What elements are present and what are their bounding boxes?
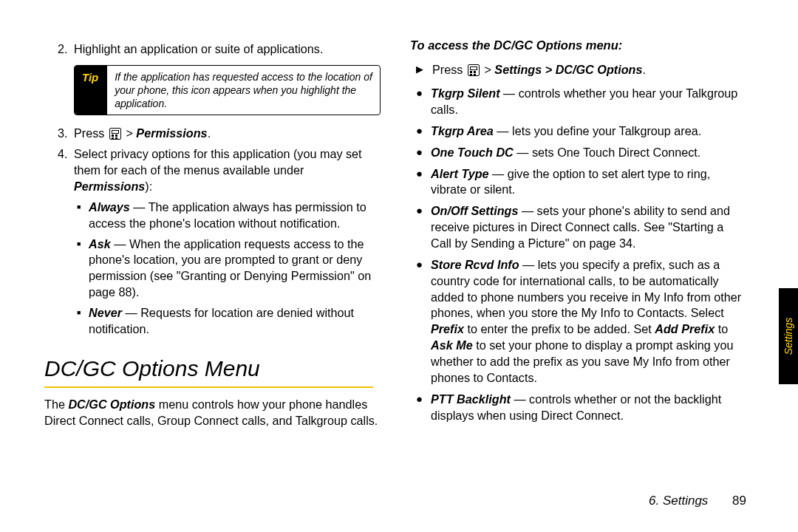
side-tab-settings: Settings: [779, 288, 798, 384]
dcgc-options-list: Tkgrp Silent — controls whether you hear…: [410, 86, 746, 423]
step-3: 3. Press > Permissions.: [58, 126, 381, 142]
text: .: [208, 126, 211, 140]
dot-bullet-icon: [416, 86, 431, 118]
option-tkgrp-silent: Tkgrp Silent — controls whether you hear…: [416, 86, 746, 118]
permissions-label: Permissions: [74, 180, 145, 193]
option-body: One Touch DC — sets One Touch Direct Con…: [431, 145, 700, 161]
option-one-touch-dc: One Touch DC — sets One Touch Direct Con…: [416, 145, 746, 161]
footer-chapter: 6. Settings: [649, 494, 708, 508]
option-body: Always — The application always has perm…: [89, 200, 381, 232]
access-step: Press > Settings > DC/GC Options.: [416, 62, 746, 78]
dot-bullet-icon: [416, 203, 431, 252]
step-4: 4. Select privacy options for this appli…: [58, 146, 381, 195]
text: Press: [74, 126, 108, 140]
step-text: Highlight an application or suite of app…: [74, 41, 381, 58]
dot-bullet-icon: [416, 123, 431, 140]
option-title: On/Off Settings: [431, 204, 518, 217]
option-desc: — Requests for location are denied witho…: [89, 306, 354, 335]
footer-page-number: 89: [732, 494, 746, 508]
right-column: To access the DC/GC Options menu: Press …: [410, 37, 746, 438]
option-title: Tkgrp Area: [431, 124, 494, 137]
tip-callout: Tip If the application has requested acc…: [74, 65, 381, 116]
text: >: [481, 63, 494, 76]
tip-text: If the application has requested access …: [107, 66, 380, 115]
text: to set your phone to display a prompt as…: [431, 338, 733, 384]
option-title: Never: [89, 306, 122, 319]
square-bullet-icon: [77, 236, 89, 301]
option-title: Tkgrp Silent: [431, 86, 500, 100]
option-ask: Ask — When the application requests acce…: [77, 236, 381, 301]
dcgc-label: DC/GC Options: [68, 398, 155, 411]
option-desc: — sets One Touch Direct Connect.: [514, 146, 700, 159]
step-number: 4.: [58, 146, 74, 195]
option-body: Tkgrp Silent — controls whether you hear…: [431, 86, 746, 118]
option-desc: — lets you define your Talkgroup area.: [494, 124, 701, 137]
option-body: Store Rcvd Info — lets you specify a pre…: [431, 257, 746, 386]
option-title: Alert Type: [431, 167, 489, 180]
menu-key-icon: [468, 64, 480, 76]
text: >: [123, 126, 136, 140]
text: ):: [145, 180, 152, 193]
dot-bullet-icon: [416, 145, 431, 161]
step-number: 3.: [58, 126, 74, 142]
text: to enter the prefix to be added. Set: [464, 322, 655, 335]
square-bullet-icon: [77, 305, 89, 338]
option-alert-type: Alert Type — give the option to set aler…: [416, 166, 746, 199]
access-subheading: To access the DC/GC Options menu:: [410, 37, 746, 53]
option-body: Ask — When the application requests acce…: [89, 236, 381, 301]
option-body: On/Off Settings — sets your phone's abil…: [431, 203, 746, 252]
option-body: Never — Requests for location are denied…: [89, 305, 381, 338]
text: Select privacy options for this applicat…: [74, 147, 362, 177]
option-body: Tkgrp Area — lets you define your Talkgr…: [431, 123, 701, 140]
left-column: 2. Highlight an application or suite of …: [44, 37, 381, 438]
menu-key-icon: [109, 128, 121, 140]
section-heading-dcgc: DC/GC Options Menu: [44, 354, 373, 389]
option-never: Never — Requests for location are denied…: [77, 305, 381, 338]
permission-options-list: Always — The application always has perm…: [77, 200, 381, 338]
text: to: [715, 322, 728, 335]
step-text: Select privacy options for this applicat…: [74, 146, 381, 195]
option-onoff-settings: On/Off Settings — sets your phone's abil…: [416, 203, 746, 252]
option-desc: — When the application requests access t…: [89, 237, 371, 299]
manual-page: 2. Highlight an application or suite of …: [0, 0, 798, 532]
step-number: 2.: [58, 41, 74, 58]
step-2: 2. Highlight an application or suite of …: [58, 41, 381, 58]
option-desc: — The application always has permission …: [89, 200, 366, 230]
option-title: Ask: [89, 237, 111, 250]
text: Press: [432, 63, 466, 76]
option-title: Store Rcvd Info: [431, 258, 519, 271]
option-body: PTT Backlight — controls whether or not …: [431, 392, 746, 424]
option-title: Always: [89, 200, 130, 214]
ask-me-label: Ask Me: [431, 338, 473, 352]
step-text: Press > Permissions.: [74, 126, 381, 142]
triangle-bullet-icon: [416, 62, 432, 78]
option-tkgrp-area: Tkgrp Area — lets you define your Talkgr…: [416, 123, 746, 140]
option-store-rcvd-info: Store Rcvd Info — lets you specify a pre…: [416, 257, 746, 386]
option-body: Alert Type — give the option to set aler…: [431, 166, 746, 199]
option-ptt-backlight: PTT Backlight — controls whether or not …: [416, 392, 746, 424]
dot-bullet-icon: [416, 166, 431, 199]
permissions-label: Permissions: [136, 126, 207, 140]
page-footer: 6. Settings 89: [649, 494, 746, 508]
dot-bullet-icon: [416, 392, 431, 424]
prefix-label: Prefix: [431, 322, 464, 335]
tip-label: Tip: [75, 66, 107, 115]
option-always: Always — The application always has perm…: [77, 200, 381, 232]
add-prefix-label: Add Prefix: [655, 322, 715, 335]
square-bullet-icon: [77, 200, 89, 232]
side-tab-label: Settings: [782, 318, 794, 355]
option-title: PTT Backlight: [431, 392, 511, 406]
nav-path: Settings > DC/GC Options: [494, 63, 642, 76]
dot-bullet-icon: [416, 257, 431, 386]
text: The: [44, 398, 68, 411]
text: .: [642, 63, 646, 76]
option-title: One Touch DC: [431, 146, 514, 159]
section-intro: The DC/GC Options menu controls how your…: [44, 397, 381, 429]
access-step-body: Press > Settings > DC/GC Options.: [432, 62, 646, 78]
two-column-layout: 2. Highlight an application or suite of …: [44, 37, 746, 438]
